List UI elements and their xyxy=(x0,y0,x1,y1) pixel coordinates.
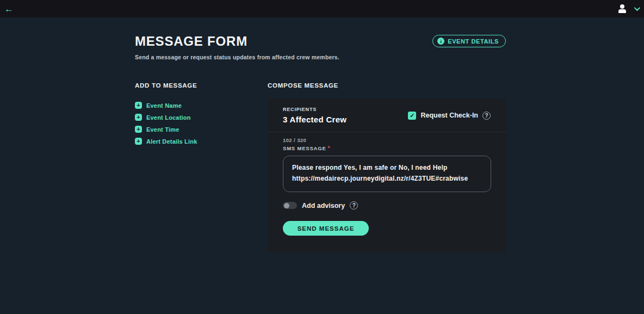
page-content: MESSAGE FORM Send a message or request s… xyxy=(135,17,506,253)
sms-section: 102 / 320 SMS MESSAGE * Please respond Y… xyxy=(268,132,506,253)
event-details-label: EVENT DETAILS xyxy=(448,38,499,45)
character-counter: 102 / 320 xyxy=(283,137,491,143)
event-details-button[interactable]: i EVENT DETAILS xyxy=(432,35,506,47)
add-to-message-column: ADD TO MESSAGE + Event Name + Event Loca… xyxy=(135,82,268,253)
add-alert-details-link-button[interactable]: + Alert Details Link xyxy=(135,138,197,145)
plus-icon: + xyxy=(135,138,142,145)
add-to-message-heading: ADD TO MESSAGE xyxy=(135,82,268,89)
top-navigation-bar: ← xyxy=(0,0,644,17)
add-item-label: Alert Details Link xyxy=(146,138,197,145)
add-event-time-button[interactable]: + Event Time xyxy=(135,126,179,133)
topbar-right-group xyxy=(618,4,639,13)
add-item-label: Event Name xyxy=(146,102,182,109)
add-advisory-row: Add advisory ? xyxy=(283,201,491,210)
add-event-location-button[interactable]: + Event Location xyxy=(135,114,191,121)
chevron-down-icon[interactable] xyxy=(634,5,640,11)
back-arrow-icon[interactable]: ← xyxy=(4,4,14,14)
title-block: MESSAGE FORM Send a message or request s… xyxy=(135,34,339,60)
add-item-label: Event Time xyxy=(146,126,179,133)
send-message-button[interactable]: SEND MESSAGE xyxy=(283,221,369,236)
sms-message-label: SMS MESSAGE xyxy=(283,145,326,151)
compose-message-column: COMPOSE MESSAGE RECIPIENTS 3 Affected Cr… xyxy=(268,82,506,253)
compose-message-heading: COMPOSE MESSAGE xyxy=(268,82,506,89)
advisory-help-icon[interactable]: ? xyxy=(350,201,358,210)
add-item-label: Event Location xyxy=(146,114,191,121)
user-account-icon[interactable] xyxy=(618,4,627,13)
toggle-knob xyxy=(284,203,289,208)
compose-message-panel: RECIPIENTS 3 Affected Crew ✓ Request Che… xyxy=(268,98,506,253)
checkin-help-icon[interactable]: ? xyxy=(482,112,491,120)
form-columns: ADD TO MESSAGE + Event Name + Event Loca… xyxy=(135,82,506,253)
add-event-name-button[interactable]: + Event Name xyxy=(135,102,182,109)
plus-icon: + xyxy=(135,114,142,121)
request-checkin-group: ✓ Request Check-In ? xyxy=(408,112,491,120)
page-title: MESSAGE FORM xyxy=(135,34,339,49)
recipients-label: RECIPIENTS xyxy=(283,107,346,112)
request-checkin-label: Request Check-In xyxy=(420,112,478,119)
plus-icon: + xyxy=(135,102,142,109)
request-checkin-checkbox[interactable]: ✓ xyxy=(408,112,416,120)
add-advisory-toggle[interactable] xyxy=(283,202,297,209)
page-header: MESSAGE FORM Send a message or request s… xyxy=(135,34,506,60)
sms-message-input[interactable]: Please respond Yes, I am safe or No, I n… xyxy=(283,156,491,192)
page-subtitle: Send a message or request status updates… xyxy=(135,54,339,60)
plus-icon: + xyxy=(135,126,142,133)
add-to-message-list: + Event Name + Event Location + Event Ti… xyxy=(135,102,268,145)
add-advisory-label: Add advisory xyxy=(302,202,345,210)
sms-label-row: SMS MESSAGE * xyxy=(283,145,491,151)
recipients-value: 3 Affected Crew xyxy=(283,115,346,124)
info-icon: i xyxy=(437,38,444,45)
required-asterisk: * xyxy=(328,145,330,151)
recipients-row: RECIPIENTS 3 Affected Crew ✓ Request Che… xyxy=(268,98,506,132)
recipients-block: RECIPIENTS 3 Affected Crew xyxy=(283,107,346,124)
